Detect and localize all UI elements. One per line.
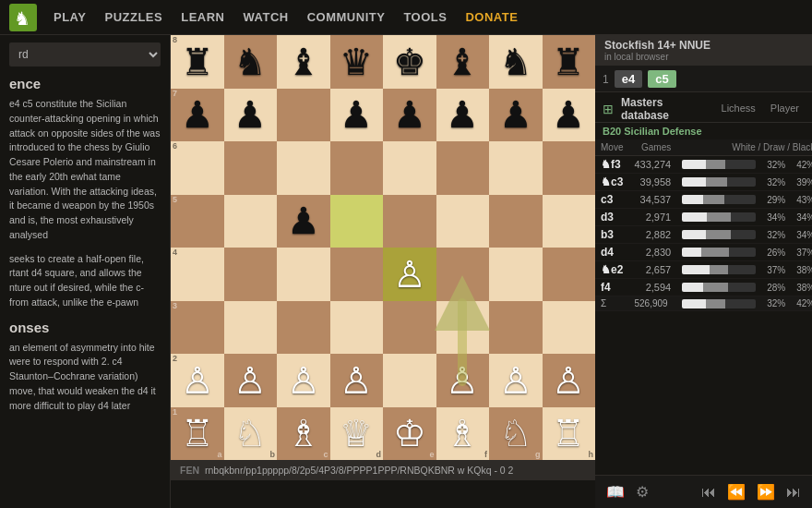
square-b2[interactable]: ♙ bbox=[224, 354, 278, 407]
square-d8[interactable]: ♛ bbox=[330, 35, 384, 89]
piece-b-c8[interactable]: ♝ bbox=[287, 43, 320, 80]
square-d7[interactable]: ♟ bbox=[330, 89, 384, 142]
piece-P-e4[interactable]: ♙ bbox=[393, 256, 426, 293]
move-row[interactable]: ♞e22,65737%38% bbox=[595, 261, 812, 279]
square-g4[interactable] bbox=[489, 248, 543, 301]
square-b7[interactable]: ♟ bbox=[224, 89, 278, 142]
piece-B-c1[interactable]: ♗ bbox=[287, 415, 320, 452]
piece-p-c5[interactable]: ♟ bbox=[287, 202, 320, 239]
square-e4[interactable]: ♙ bbox=[383, 248, 436, 301]
move-row[interactable]: d42,83026%37% bbox=[595, 244, 812, 261]
square-g1[interactable]: g♘ bbox=[489, 407, 543, 461]
piece-p-a7[interactable]: ♟ bbox=[181, 96, 214, 133]
square-g6[interactable] bbox=[489, 141, 543, 195]
square-h5[interactable] bbox=[543, 195, 596, 248]
square-e2[interactable] bbox=[383, 354, 436, 407]
square-e5[interactable] bbox=[383, 195, 436, 248]
square-f7[interactable]: ♟ bbox=[436, 89, 490, 142]
piece-n-b8[interactable]: ♞ bbox=[233, 43, 267, 80]
piece-r-a8[interactable]: ♜ bbox=[181, 43, 214, 80]
square-e7[interactable]: ♟ bbox=[383, 89, 436, 142]
move-row[interactable]: c334,53729%43% bbox=[595, 191, 812, 209]
square-d5[interactable] bbox=[330, 195, 384, 248]
piece-R-h1[interactable]: ♖ bbox=[552, 415, 585, 452]
square-c4[interactable] bbox=[277, 248, 330, 301]
square-g2[interactable]: ♙ bbox=[489, 354, 543, 407]
square-f4[interactable] bbox=[436, 248, 490, 301]
square-b1[interactable]: b♘ bbox=[224, 407, 278, 461]
piece-p-b7[interactable]: ♟ bbox=[233, 96, 267, 133]
square-g5[interactable] bbox=[489, 195, 543, 248]
square-c6[interactable] bbox=[277, 141, 330, 195]
square-g7[interactable]: ♟ bbox=[489, 89, 543, 142]
square-h2[interactable]: ♙ bbox=[543, 354, 596, 407]
piece-B-f1[interactable]: ♗ bbox=[446, 415, 479, 452]
square-h6[interactable] bbox=[543, 141, 596, 195]
nav-community[interactable]: COMMUNITY bbox=[298, 0, 395, 35]
square-d2[interactable]: ♙ bbox=[330, 354, 384, 407]
piece-P-b2[interactable]: ♙ bbox=[233, 362, 267, 399]
piece-N-b1[interactable]: ♘ bbox=[233, 415, 267, 452]
square-h4[interactable] bbox=[543, 248, 596, 301]
square-a2[interactable]: 2♙ bbox=[171, 354, 224, 407]
move-row[interactable]: b32,88232%34% bbox=[595, 226, 812, 244]
square-a6[interactable]: 6 bbox=[171, 141, 224, 195]
square-g8[interactable]: ♞ bbox=[489, 35, 543, 89]
prev-first-button[interactable]: ⏮ bbox=[698, 482, 720, 502]
square-c1[interactable]: c♗ bbox=[277, 407, 330, 461]
square-d3[interactable] bbox=[330, 301, 384, 355]
piece-p-f7[interactable]: ♟ bbox=[446, 96, 479, 133]
piece-p-e7[interactable]: ♟ bbox=[393, 96, 426, 133]
square-a3[interactable]: 3 bbox=[171, 301, 224, 355]
square-h7[interactable]: ♟ bbox=[543, 89, 596, 142]
piece-p-d7[interactable]: ♟ bbox=[340, 96, 373, 133]
piece-P-a2[interactable]: ♙ bbox=[181, 362, 214, 399]
square-d4[interactable] bbox=[330, 248, 384, 301]
piece-q-d8[interactable]: ♛ bbox=[340, 43, 373, 80]
square-a8[interactable]: 8♜ bbox=[171, 35, 224, 89]
square-a7[interactable]: 7♟ bbox=[171, 89, 224, 142]
tab-lichess[interactable]: Lichess bbox=[716, 101, 761, 117]
square-f3[interactable] bbox=[436, 301, 490, 355]
piece-r-h8[interactable]: ♜ bbox=[552, 43, 585, 80]
square-f6[interactable] bbox=[436, 141, 490, 195]
move-row[interactable]: d32,97134%34% bbox=[595, 209, 812, 226]
nav-play[interactable]: PLAY bbox=[44, 0, 95, 35]
piece-Q-d1[interactable]: ♕ bbox=[340, 415, 373, 452]
chess-board[interactable]: 8♜♞♝♛♚♝♞♜7♟♟♟♟♟♟♟65♟4♙32♙♙♙♙♙♙♙1a♖b♘c♗d♕… bbox=[171, 35, 595, 460]
square-c5[interactable]: ♟ bbox=[277, 195, 330, 248]
piece-b-f8[interactable]: ♝ bbox=[446, 43, 479, 80]
square-e3[interactable] bbox=[383, 301, 436, 355]
square-f2[interactable]: ♙ bbox=[436, 354, 490, 407]
nav-puzzles[interactable]: PUZZLES bbox=[95, 0, 172, 35]
square-e6[interactable] bbox=[383, 141, 436, 195]
square-c2[interactable]: ♙ bbox=[277, 354, 330, 407]
square-e1[interactable]: e♔ bbox=[383, 407, 436, 461]
prev-button[interactable]: ⏪ bbox=[723, 481, 749, 502]
move-row[interactable]: f42,59428%38% bbox=[595, 279, 812, 296]
square-c8[interactable]: ♝ bbox=[277, 35, 330, 89]
piece-P-g2[interactable]: ♙ bbox=[499, 362, 532, 399]
book-button[interactable]: 📖 bbox=[603, 481, 628, 502]
square-d6[interactable] bbox=[330, 141, 384, 195]
square-c7[interactable] bbox=[277, 89, 330, 142]
piece-n-g8[interactable]: ♞ bbox=[499, 43, 532, 80]
piece-P-d2[interactable]: ♙ bbox=[340, 362, 373, 399]
piece-p-g7[interactable]: ♟ bbox=[499, 96, 532, 133]
next-button[interactable]: ⏩ bbox=[753, 481, 779, 502]
move-row[interactable]: ♞f3433,27432%42% bbox=[595, 156, 812, 174]
square-a1[interactable]: 1a♖ bbox=[171, 407, 224, 461]
nav-donate[interactable]: DONATE bbox=[456, 0, 527, 35]
square-f8[interactable]: ♝ bbox=[436, 35, 490, 89]
square-h3[interactable] bbox=[543, 301, 596, 355]
square-h1[interactable]: h♖ bbox=[543, 407, 596, 461]
piece-k-e8[interactable]: ♚ bbox=[393, 43, 426, 80]
next-last-button[interactable]: ⏭ bbox=[782, 482, 805, 502]
tab-player[interactable]: Player bbox=[765, 101, 805, 117]
square-g3[interactable] bbox=[489, 301, 543, 355]
piece-P-h2[interactable]: ♙ bbox=[552, 362, 585, 399]
move-black[interactable]: c5 bbox=[648, 70, 675, 88]
square-a4[interactable]: 4 bbox=[171, 248, 224, 301]
piece-p-h7[interactable]: ♟ bbox=[552, 96, 585, 133]
square-d1[interactable]: d♕ bbox=[330, 407, 384, 461]
